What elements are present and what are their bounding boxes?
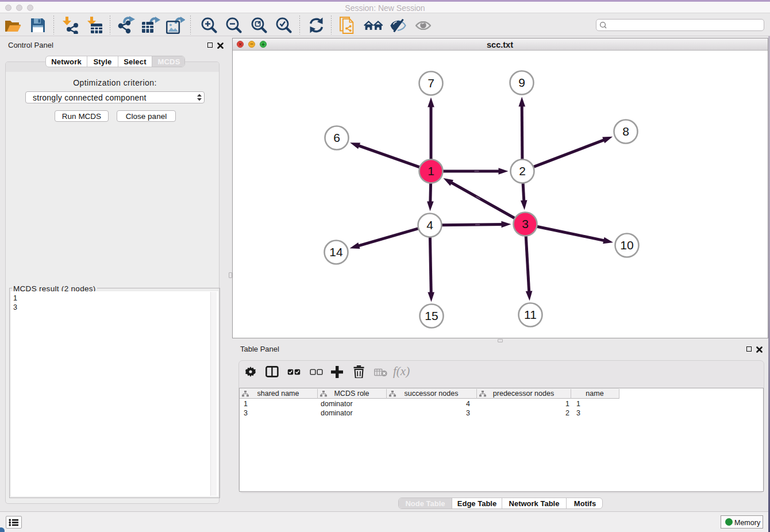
svg-text:1: 1 xyxy=(428,164,434,178)
svg-text:8: 8 xyxy=(622,125,629,138)
svg-text:6: 6 xyxy=(333,131,340,144)
svg-text:14: 14 xyxy=(329,245,343,259)
svg-text:4: 4 xyxy=(426,218,433,232)
svg-text:7: 7 xyxy=(428,76,434,90)
svg-text:15: 15 xyxy=(425,309,438,322)
svg-text:9: 9 xyxy=(518,76,525,89)
svg-text:3: 3 xyxy=(522,217,529,230)
svg-text:2: 2 xyxy=(519,164,526,178)
svg-text:10: 10 xyxy=(620,238,633,252)
svg-text:11: 11 xyxy=(524,308,537,321)
